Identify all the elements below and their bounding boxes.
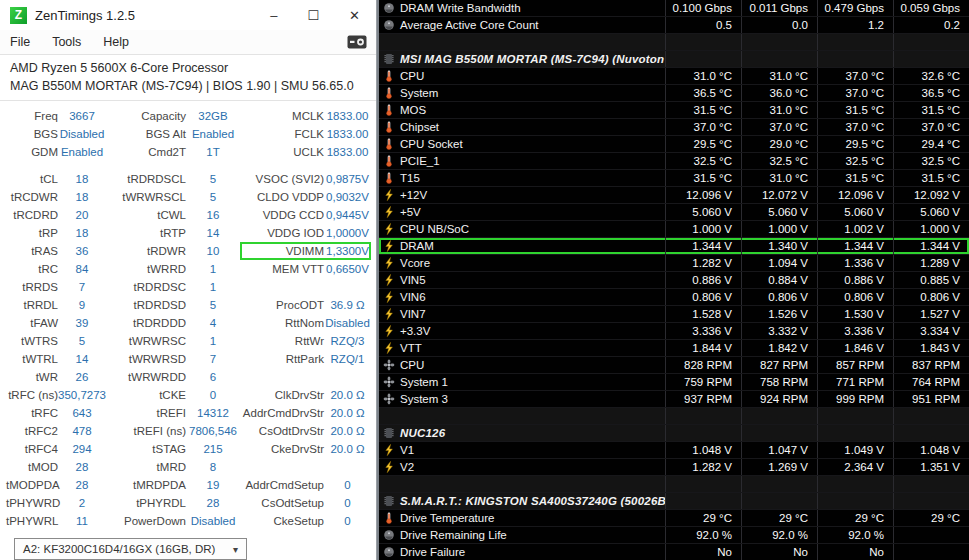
timing-label: tRDRDSC [106, 281, 186, 293]
menu-tools[interactable]: Tools [52, 35, 81, 49]
sensor-row[interactable]: MOS31.5 °C31.0 °C31.5 °C31.5 °C [379, 102, 969, 119]
sensor-row[interactable]: CPU NB/SoC1.000 V1.000 V1.002 V1.000 V [379, 221, 969, 238]
timing-pair: tWTRS5 [6, 332, 106, 350]
sensor-row[interactable]: VIN71.528 V1.526 V1.530 V1.527 V [379, 306, 969, 323]
timing-row: tRCDWR18tWRWRSCL5CLDO VDDP0,9032V [6, 188, 371, 206]
sensor-row[interactable]: Drive FailureNoNoNo [379, 544, 969, 560]
timing-value: 0,9445V [324, 209, 371, 221]
timing-row: Freq3667Capacity32GBMCLK1833.00 [6, 107, 371, 125]
timing-value: 215 [186, 443, 240, 455]
sensor-row[interactable]: DRAM1.344 V1.340 V1.344 V1.344 V [379, 238, 969, 255]
sensor-row[interactable]: +3.3V3.336 V3.332 V3.336 V3.334 V [379, 323, 969, 340]
sensor-row[interactable]: T1531.5 °C31.0 °C31.5 °C31.5 °C [379, 170, 969, 187]
sensor-value-cell [893, 51, 969, 67]
close-button[interactable]: ✕ [349, 8, 360, 23]
thermo-icon [381, 104, 397, 116]
timing-pair: tRFC (ns)350,7273 [6, 386, 106, 404]
timing-row: tMOD28tMRD8 [6, 458, 371, 476]
sensor-row[interactable]: System 3937 RPM924 RPM999 RPM951 RPM [379, 391, 969, 408]
sensor-row[interactable]: CPU31.0 °C31.0 °C37.0 °C32.6 °C [379, 68, 969, 85]
timing-pair: Freq3667 [6, 107, 106, 125]
timing-label: tMRD [106, 461, 186, 473]
timing-row: tRFC (ns)350,7273tCKE0ClkDrvStr20.0 Ω [6, 386, 371, 404]
timing-label: MEM VTT [240, 263, 324, 275]
timing-label: tWTRL [6, 353, 58, 365]
sensor-row[interactable]: Drive Temperature29 °C29 °C29 °C29 °C [379, 510, 969, 527]
sensor-value-cell [741, 408, 817, 424]
menu-file[interactable]: File [10, 35, 30, 49]
menu-help[interactable]: Help [103, 35, 129, 49]
timing-label: tRFC4 [6, 443, 58, 455]
timing-label: tRRDS [6, 281, 58, 293]
timing-row: tRFC4294tSTAG215CkeDrvStr20.0 Ω [6, 440, 371, 458]
chip-icon [381, 427, 397, 439]
sensor-value-cell: 1.344 V [893, 238, 969, 254]
timing-label: tRCDRD [6, 209, 58, 221]
sensor-row[interactable]: PCIE_132.5 °C32.5 °C32.5 °C32.5 °C [379, 153, 969, 170]
sensor-row[interactable]: System36.5 °C36.0 °C37.0 °C36.5 °C [379, 85, 969, 102]
timing-value: 84 [58, 263, 106, 275]
sensor-value-cell: 31.0 °C [741, 102, 817, 118]
timing-pair: BGS AltEnabled [106, 125, 240, 143]
sensor-value-cell: 1.048 V [665, 442, 741, 458]
sensor-row[interactable]: Average Active Core Count0.50.01.20.2 [379, 17, 969, 34]
sensor-value-cell: 1.269 V [741, 459, 817, 475]
timing-pair: FCLK1833.00 [240, 125, 371, 143]
timing-label: AddrCmdDrvStr [240, 407, 324, 419]
ram-module-select[interactable]: A2: KF3200C16D4/16GX (16GB, DR) ▾ [14, 538, 247, 560]
sensor-section-header[interactable]: NUC126 [379, 425, 969, 442]
timing-pair: tRAS36 [6, 242, 106, 260]
sensor-row[interactable]: VIN50.886 V0.884 V0.886 V0.885 V [379, 272, 969, 289]
sensor-value-cell: 0.011 Gbps [741, 0, 817, 16]
sensor-row[interactable]: VTT1.844 V1.842 V1.846 V1.843 V [379, 340, 969, 357]
sensor-row[interactable]: Chipset37.0 °C37.0 °C37.0 °C37.0 °C [379, 119, 969, 136]
timing-value: 1 [186, 263, 240, 275]
sensor-value-cell: 1.047 V [741, 442, 817, 458]
timing-pair: tRFC643 [6, 404, 106, 422]
sensor-value-cell [893, 493, 969, 509]
timing-row: tRFC643tREFI14312AddrCmdDrvStr20.0 Ω [6, 404, 371, 422]
sensor-value-cell: 92.0 % [665, 527, 741, 543]
timing-value: 0 [324, 515, 371, 527]
timing-row: tPHYWRL11PowerDownDisabledCkeSetup0 [6, 512, 371, 530]
sensor-row[interactable]: CPU828 RPM827 RPM857 RPM837 RPM [379, 357, 969, 374]
sensor-row[interactable]: VIN60.806 V0.806 V0.806 V0.806 V [379, 289, 969, 306]
sensor-label: +3.3V [397, 325, 665, 337]
sensor-value-cell [817, 51, 893, 67]
sensor-value-cell: 1.336 V [817, 255, 893, 271]
sensor-row[interactable]: Drive Remaining Life92.0 %92.0 %92.0 % [379, 527, 969, 544]
sensor-section-header[interactable]: MSI MAG B550M MORTAR (MS-7C94) (Nuvoton … [379, 51, 969, 68]
thermo-icon [381, 138, 397, 150]
sensor-value-cell: 37.0 °C [893, 119, 969, 135]
sensor-row[interactable]: CPU Socket29.5 °C29.0 °C29.5 °C29.4 °C [379, 136, 969, 153]
maximize-button[interactable]: ☐ [307, 8, 319, 23]
sensor-row[interactable]: +12V12.096 V12.072 V12.096 V12.092 V [379, 187, 969, 204]
timing-value: 7 [186, 353, 240, 365]
sensor-row[interactable]: DRAM Write Bandwidth0.100 Gbps0.011 Gbps… [379, 0, 969, 17]
timing-value: 14312 [186, 407, 240, 419]
timing-label: tRTP [106, 227, 186, 239]
sensor-row[interactable]: System 1759 RPM758 RPM771 RPM764 RPM [379, 374, 969, 391]
sensor-value-cell: No [741, 544, 817, 560]
timing-label: tRDRDDD [106, 317, 186, 329]
bolt-icon [381, 223, 397, 235]
timing-value: 28 [58, 479, 106, 491]
timing-label: tRDRDSD [106, 299, 186, 311]
sensor-row[interactable]: V11.048 V1.047 V1.049 V1.048 V [379, 442, 969, 459]
timing-label: tPHYWRD [6, 497, 58, 509]
timing-value: 0,9875V [324, 173, 371, 185]
sensor-row[interactable]: V21.282 V1.269 V2.364 V1.351 V [379, 459, 969, 476]
sensor-value-cell: 1.843 V [893, 340, 969, 356]
sensor-value-cell [817, 425, 893, 441]
sensor-value-cell [741, 425, 817, 441]
sensor-value-cell [817, 34, 893, 50]
screenshot-camera-icon[interactable] [347, 34, 367, 53]
timing-value: 1833.00 [324, 146, 371, 158]
timing-value: 643 [58, 407, 106, 419]
timing-value: 294 [58, 443, 106, 455]
sensor-section-header[interactable]: S.M.A.R.T.: KINGSTON SA400S37240G (50026… [379, 493, 969, 510]
minimize-button[interactable]: – [270, 8, 277, 23]
sensor-row[interactable]: +5V5.060 V5.060 V5.060 V5.060 V [379, 204, 969, 221]
sensor-row[interactable]: Vcore1.282 V1.094 V1.336 V1.289 V [379, 255, 969, 272]
timing-pair: tRCDWR18 [6, 188, 106, 206]
